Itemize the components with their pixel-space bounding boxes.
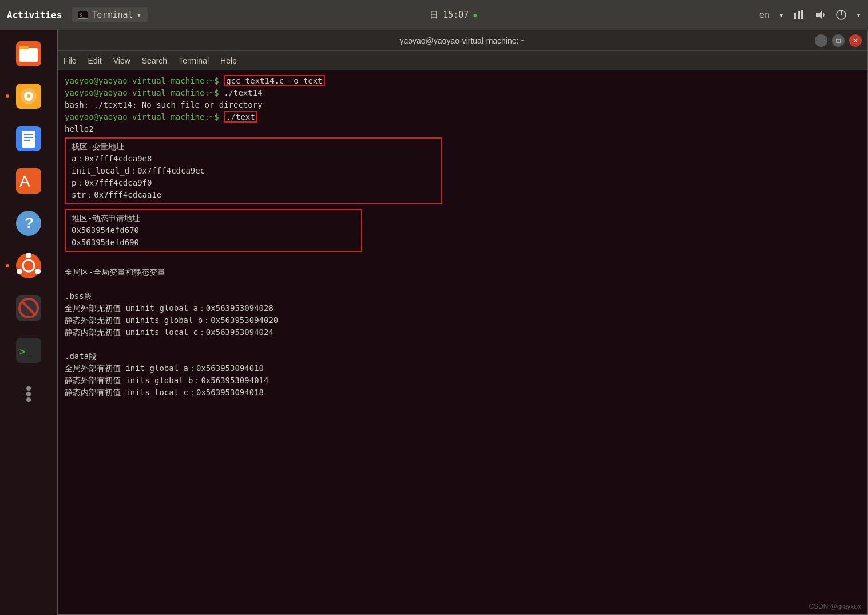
command-gcc: gcc text14.c -o text bbox=[224, 75, 325, 86]
prompt-3: yaoyao@yaoyao-virtual-machine:~$ bbox=[65, 112, 219, 121]
clock-display: 15:07 bbox=[443, 10, 469, 20]
dock-icon-docs[interactable] bbox=[10, 120, 47, 157]
maximize-button[interactable]: □ bbox=[832, 34, 845, 47]
svg-point-29 bbox=[17, 269, 22, 274]
svg-text:A: A bbox=[19, 172, 30, 190]
system-bar-right: en ▾ ▾ bbox=[759, 9, 861, 21]
bss-uninits-local-c: 静态内部无初值 uninits_local_c：0x563953094024 bbox=[65, 326, 861, 338]
data-inits-local-c: 静态内部有初值 inits_local_c：0x563953094018 bbox=[65, 387, 861, 399]
svg-text:?: ? bbox=[25, 214, 34, 231]
system-bar-left: Activities $_ Terminal ▾ bbox=[7, 7, 148, 22]
heap-title: 堆区-动态申请地址 bbox=[72, 212, 355, 224]
stack-addr-str: str：0x7fff4cdcaa1e bbox=[72, 189, 435, 201]
dock-icon-more[interactable] bbox=[10, 374, 47, 411]
terminal-menu-label: Terminal bbox=[92, 10, 133, 20]
title-bar: yaoyao@yaoyao-virtual-machine: ~ — □ ✕ bbox=[58, 30, 867, 51]
terminal-line-4: yaoyao@yaoyao-virtual-machine:~$ ./text bbox=[65, 111, 861, 123]
menu-terminal[interactable]: Terminal bbox=[179, 56, 209, 65]
terminal-line-5: hello2 bbox=[65, 123, 861, 135]
heap-addr-2: 0x563954efd690 bbox=[72, 236, 355, 249]
prompt-1: yaoyao@yaoyao-virtual-machine:~$ bbox=[65, 76, 219, 85]
bss-uninit-global-a: 全局外部无初值 uninit_global_a：0x563953094028 bbox=[65, 302, 861, 314]
svg-rect-17 bbox=[22, 131, 35, 148]
svg-rect-11 bbox=[19, 46, 29, 49]
heap-addr-1: 0x563954efd670 bbox=[72, 224, 355, 236]
dock-icon-block[interactable] bbox=[10, 290, 47, 326]
svg-rect-5 bbox=[801, 10, 803, 19]
window-title: yaoyao@yaoyao-virtual-machine: ~ bbox=[399, 36, 525, 45]
power-icon[interactable] bbox=[835, 9, 847, 21]
stack-addr-a: a：0x7fff4cdca9e8 bbox=[72, 153, 435, 165]
prompt-2: yaoyao@yaoyao-virtual-machine:~$ bbox=[65, 88, 219, 97]
terminal-menu-button[interactable]: $_ Terminal ▾ bbox=[72, 7, 147, 22]
svg-point-15 bbox=[27, 94, 30, 98]
heap-section-box: 堆区-动态申请地址 0x563954efd670 0x563954efd690 bbox=[65, 209, 362, 252]
svg-point-27 bbox=[26, 253, 31, 258]
output-hello2: hello2 bbox=[65, 124, 94, 133]
system-bar: Activities $_ Terminal ▾ 日 15:07 ● en ▾ bbox=[0, 0, 868, 30]
terminal-window-icon: $_ bbox=[78, 11, 88, 19]
svg-text:>_: >_ bbox=[19, 345, 32, 357]
data-segment-label: .data段 bbox=[65, 350, 861, 362]
terminal-line-2: yaoyao@yaoyao-virtual-machine:~$ ./text1… bbox=[65, 87, 861, 99]
global-section-label: 全局区-全局变量和静态变量 bbox=[65, 266, 861, 278]
svg-point-36 bbox=[26, 392, 31, 396]
data-init-global-a: 全局外部有初值 init_global_a：0x563953094010 bbox=[65, 362, 861, 374]
svg-text:$_: $_ bbox=[80, 13, 85, 18]
menu-file[interactable]: File bbox=[64, 56, 77, 65]
stack-section-box: 栈区-变量地址 a：0x7fff4cdca9e8 init_local_d：0x… bbox=[65, 137, 442, 204]
data-inits-global-b: 静态外部有初值 inits_global_b：0x563953094014 bbox=[65, 374, 861, 387]
minimize-button[interactable]: — bbox=[815, 34, 827, 47]
menu-help[interactable]: Help bbox=[220, 56, 237, 65]
power-dropdown-arrow: ▾ bbox=[856, 10, 861, 20]
terminal-content[interactable]: yaoyao@yaoyao-virtual-machine:~$ gcc tex… bbox=[58, 70, 867, 614]
error-output: bash: ./text14: No such file or director… bbox=[65, 100, 263, 109]
terminal-dropdown-arrow: ▾ bbox=[137, 10, 142, 20]
command-run-text: ./text bbox=[224, 111, 257, 123]
calendar-icon: 日 bbox=[430, 10, 438, 21]
window-controls: — □ ✕ bbox=[815, 34, 862, 47]
menu-edit[interactable]: Edit bbox=[88, 56, 102, 65]
bss-uninits-global-b: 静态外部无初值 uninits_global_b：0x563953094020 bbox=[65, 314, 861, 326]
language-selector[interactable]: en bbox=[759, 10, 770, 20]
volume-icon bbox=[815, 10, 826, 20]
dock-icon-software[interactable]: A bbox=[10, 163, 47, 199]
dock-icon-terminal[interactable]: >_ bbox=[10, 332, 47, 369]
dock-icon-help[interactable]: ? bbox=[10, 205, 47, 242]
watermark: CSDN @grayxox bbox=[808, 602, 861, 610]
dock: A ? >_ bbox=[0, 30, 57, 615]
close-button[interactable]: ✕ bbox=[849, 34, 862, 47]
bss-segment-label: .bss段 bbox=[65, 290, 861, 302]
svg-marker-6 bbox=[816, 11, 822, 19]
svg-point-37 bbox=[26, 397, 31, 402]
command-run-text14: ./text14 bbox=[224, 88, 262, 97]
svg-rect-10 bbox=[19, 48, 38, 62]
svg-rect-3 bbox=[794, 13, 796, 19]
language-dropdown-arrow: ▾ bbox=[779, 10, 784, 20]
terminal-line-3: bash: ./text14: No such file or director… bbox=[65, 99, 861, 111]
menu-search[interactable]: Search bbox=[142, 56, 167, 65]
stack-addr-p: p：0x7fff4cdca9f0 bbox=[72, 177, 435, 189]
svg-rect-4 bbox=[798, 11, 800, 19]
svg-point-28 bbox=[35, 269, 41, 274]
network-icon bbox=[793, 10, 806, 20]
svg-point-35 bbox=[26, 386, 31, 391]
menu-bar: File Edit View Search Terminal Help bbox=[58, 51, 867, 70]
dock-icon-music[interactable] bbox=[10, 78, 47, 115]
menu-view[interactable]: View bbox=[113, 56, 130, 65]
clock-dot: ● bbox=[473, 12, 477, 18]
stack-title: 栈区-变量地址 bbox=[72, 141, 435, 153]
system-bar-center: 日 15:07 ● bbox=[430, 10, 477, 21]
dock-icon-ubuntu[interactable] bbox=[10, 247, 47, 284]
stack-addr-init-local-d: init_local_d：0x7fff4cdca9ec bbox=[72, 165, 435, 177]
activities-label[interactable]: Activities bbox=[7, 10, 62, 21]
terminal-line-1: yaoyao@yaoyao-virtual-machine:~$ gcc tex… bbox=[65, 75, 861, 87]
dock-icon-files[interactable] bbox=[10, 36, 47, 72]
terminal-window: yaoyao@yaoyao-virtual-machine: ~ — □ ✕ F… bbox=[57, 30, 868, 615]
